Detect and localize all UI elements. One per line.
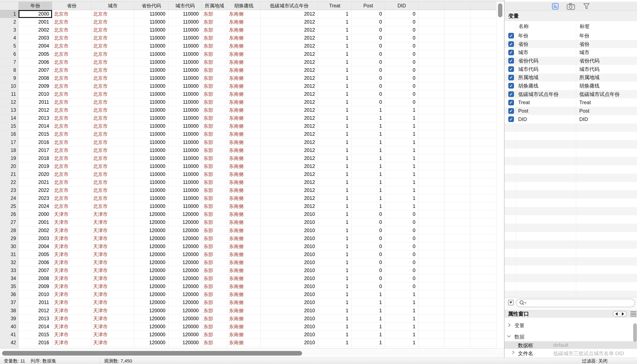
data-cell[interactable]: 120000	[134, 218, 168, 226]
data-cell[interactable]: 北京市	[52, 18, 91, 26]
row-number-cell[interactable]: 7	[0, 58, 19, 66]
data-cell[interactable]: 北京市	[52, 138, 91, 146]
data-cell[interactable]: 东南侧	[227, 242, 261, 250]
data-cell[interactable]: 0	[352, 250, 385, 258]
row-number-cell[interactable]: 5	[0, 42, 19, 50]
corner-header-cell[interactable]	[0, 2, 19, 10]
data-cell[interactable]: 120000	[168, 226, 202, 234]
data-cell[interactable]: 1	[352, 154, 385, 162]
data-cell[interactable]: 0	[352, 282, 385, 290]
empty-cell[interactable]	[470, 90, 497, 98]
data-cell[interactable]: 0	[385, 42, 418, 50]
row-number-cell[interactable]: 8	[0, 66, 19, 74]
data-cell[interactable]: 2007	[19, 266, 52, 274]
vertical-scrollbar[interactable]	[497, 2, 504, 348]
data-cell[interactable]: 0	[352, 42, 385, 50]
data-cell[interactable]: 0	[352, 234, 385, 242]
data-cell[interactable]: 2010	[261, 258, 318, 266]
row-number-cell[interactable]: 14	[0, 114, 19, 122]
frame-field-value[interactable]: default	[553, 342, 568, 348]
data-cell[interactable]: 2009	[19, 282, 52, 290]
data-cell[interactable]: 2010	[261, 242, 318, 250]
data-cell[interactable]: 1	[318, 178, 352, 186]
empty-cell[interactable]	[445, 10, 470, 18]
data-cell[interactable]: 1	[318, 210, 352, 218]
data-cell[interactable]: 天津市	[52, 290, 91, 298]
data-cell[interactable]: 0	[352, 226, 385, 234]
data-cell[interactable]: 2004	[19, 42, 52, 50]
row-number-cell[interactable]: 3	[0, 26, 19, 34]
filter-status[interactable]: 过滤器: 关闭	[582, 358, 607, 364]
data-cell[interactable]: 东部	[202, 66, 227, 74]
data-cell[interactable]: 天津市	[91, 298, 134, 306]
data-cell[interactable]: 2001	[19, 218, 52, 226]
empty-cell[interactable]	[418, 50, 445, 58]
empty-cell[interactable]	[445, 106, 470, 114]
data-cell[interactable]: 北京市	[91, 146, 134, 154]
data-cell[interactable]: 110000	[168, 82, 202, 90]
data-cell[interactable]: 东南侧	[227, 290, 261, 298]
data-cell[interactable]: 0	[352, 50, 385, 58]
data-cell[interactable]: 天津市	[52, 315, 91, 323]
data-cell[interactable]: 2012	[261, 34, 318, 42]
row-number-cell[interactable]: 29	[0, 234, 19, 242]
data-cell[interactable]: 2012	[261, 122, 318, 130]
empty-cell[interactable]	[470, 290, 497, 298]
data-cell[interactable]: 0	[352, 74, 385, 82]
data-cell[interactable]: 东部	[202, 306, 227, 314]
data-cell[interactable]: 东南侧	[227, 258, 261, 266]
empty-cell[interactable]	[418, 42, 445, 50]
data-cell[interactable]: 0	[352, 58, 385, 66]
data-cell[interactable]: 2011	[19, 98, 52, 106]
column-header[interactable]: 年份	[19, 2, 52, 10]
data-cell[interactable]: 2010	[261, 218, 318, 226]
data-cell[interactable]: 110000	[134, 122, 168, 130]
empty-cell[interactable]	[445, 178, 470, 186]
data-cell[interactable]: 东南侧	[227, 282, 261, 290]
variable-checkbox[interactable]: ✓	[508, 50, 514, 55]
empty-cell[interactable]	[418, 18, 445, 26]
data-cell[interactable]: 1	[318, 339, 352, 347]
variable-row[interactable]: ✓所属地域所属地域	[505, 73, 637, 82]
data-cell[interactable]: 2010	[261, 234, 318, 242]
empty-cell[interactable]	[418, 331, 445, 339]
row-number-cell[interactable]: 16	[0, 130, 19, 138]
data-cell[interactable]: 2010	[261, 306, 318, 314]
data-cell[interactable]: 1	[318, 90, 352, 98]
data-cell[interactable]: 北京市	[52, 114, 91, 122]
variable-checkbox[interactable]: ✓	[508, 83, 514, 88]
empty-cell[interactable]	[418, 58, 445, 66]
data-cell[interactable]: 110000	[134, 130, 168, 138]
variable-checkbox[interactable]: ✓	[508, 41, 514, 47]
data-cell[interactable]: 1	[318, 26, 352, 34]
data-cell[interactable]: 东部	[202, 34, 227, 42]
empty-cell[interactable]	[470, 162, 497, 170]
empty-cell[interactable]	[470, 282, 497, 290]
data-cell[interactable]: 1	[318, 194, 352, 202]
variable-checkbox[interactable]: ✓	[508, 75, 514, 80]
data-cell[interactable]: 天津市	[91, 323, 134, 331]
empty-cell[interactable]	[418, 138, 445, 146]
column-header[interactable]: DID	[385, 2, 418, 10]
data-cell[interactable]: 天津市	[91, 242, 134, 250]
data-cell[interactable]: 0	[352, 26, 385, 34]
empty-cell[interactable]	[445, 210, 470, 218]
data-cell[interactable]: 东南侧	[227, 74, 261, 82]
empty-cell[interactable]	[470, 306, 497, 314]
data-cell[interactable]: 天津市	[91, 290, 134, 298]
empty-cell[interactable]	[445, 331, 470, 339]
empty-cell[interactable]	[445, 66, 470, 74]
empty-cell[interactable]	[418, 82, 445, 90]
empty-cell[interactable]	[418, 298, 445, 306]
data-cell[interactable]: 1	[385, 106, 418, 114]
data-cell[interactable]: 1	[385, 194, 418, 202]
data-cell[interactable]: 110000	[168, 138, 202, 146]
row-number-cell[interactable]: 37	[0, 298, 19, 306]
data-cell[interactable]: 天津市	[52, 331, 91, 339]
data-cell[interactable]: 110000	[168, 106, 202, 114]
data-cell[interactable]: 1	[318, 154, 352, 162]
search-input[interactable]	[527, 300, 635, 306]
data-cell[interactable]: 东部	[202, 114, 227, 122]
data-cell[interactable]: 天津市	[52, 258, 91, 266]
data-cell[interactable]: 北京市	[52, 122, 91, 130]
